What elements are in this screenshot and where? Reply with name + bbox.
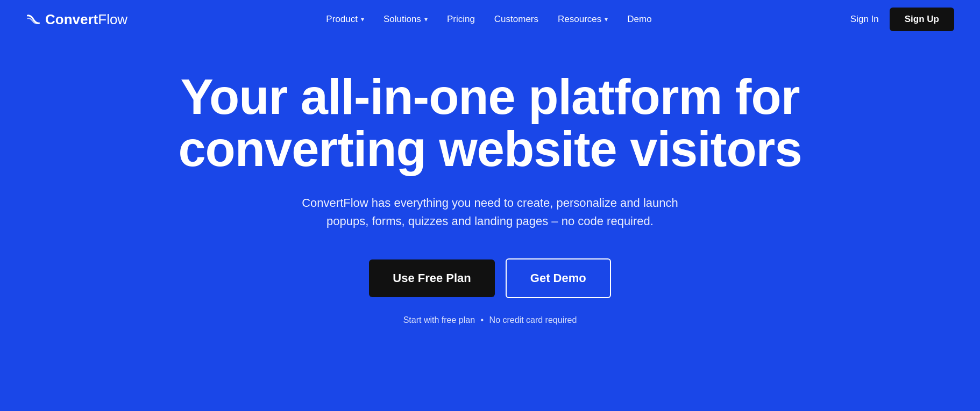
chevron-down-icon: ▾ — [605, 16, 608, 23]
footnote-separator: • — [481, 315, 484, 325]
nav-item-customers[interactable]: Customers — [494, 14, 538, 25]
footnote-text: Start with free plan — [403, 315, 475, 325]
chevron-down-icon: ▾ — [361, 16, 364, 23]
use-free-plan-button[interactable]: Use Free Plan — [369, 259, 495, 297]
sign-up-button[interactable]: Sign Up — [890, 8, 954, 31]
logo-text-part1: Convert — [45, 11, 98, 27]
nav-item-product[interactable]: Product ▾ — [326, 14, 364, 25]
nav-item-solutions[interactable]: Solutions ▾ — [384, 14, 428, 25]
nav-item-demo[interactable]: Demo — [627, 14, 651, 25]
logo[interactable]: ConvertFlow — [26, 11, 127, 28]
nav-center: Product ▾ Solutions ▾ Pricing Customers … — [326, 14, 651, 25]
sign-in-link[interactable]: Sign In — [850, 14, 879, 25]
footnote-note: No credit card required — [489, 315, 577, 325]
hero-section: Your all-in-one platform for converting … — [0, 39, 980, 347]
nav-item-pricing[interactable]: Pricing — [447, 14, 475, 25]
chevron-down-icon: ▾ — [424, 16, 428, 23]
navigation: ConvertFlow Product ▾ Solutions ▾ Pricin… — [0, 0, 980, 39]
logo-text-part2: Flow — [98, 11, 127, 27]
hero-buttons: Use Free Plan Get Demo — [369, 258, 610, 298]
logo-text: ConvertFlow — [45, 11, 127, 28]
hero-title: Your all-in-one platform for converting … — [113, 71, 867, 175]
get-demo-button[interactable]: Get Demo — [506, 258, 611, 298]
nav-right: Sign In Sign Up — [850, 8, 954, 31]
hero-subtitle: ConvertFlow has everything you need to c… — [286, 194, 694, 230]
hero-footnote: Start with free plan • No credit card re… — [403, 315, 577, 325]
nav-item-resources[interactable]: Resources ▾ — [558, 14, 608, 25]
logo-icon — [26, 12, 41, 27]
